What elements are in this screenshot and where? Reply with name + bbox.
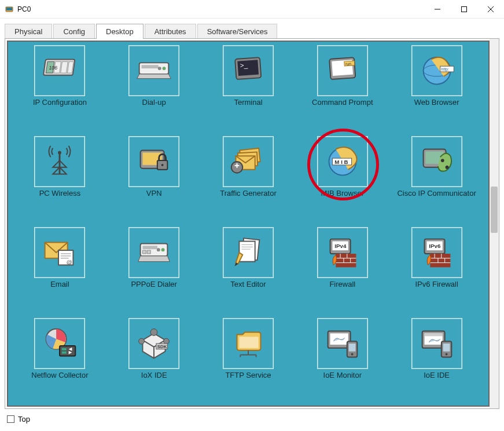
app-label: IPv6 Firewall <box>415 280 458 288</box>
svg-line-4 <box>488 6 494 12</box>
app-ipv6-firewall[interactable]: IPv6 IPv6 Firewall <box>393 227 480 317</box>
app-label: Dial-up <box>142 98 166 107</box>
terminal-icon: >_ <box>223 45 274 96</box>
content-frame: 106 IP Configuration Dial-up >_ Terminal… <box>5 38 499 409</box>
wireless-icon <box>34 136 85 187</box>
window-controls <box>424 0 504 19</box>
app-label: VPN <box>146 189 162 198</box>
app-label: Email <box>50 280 69 288</box>
app-mib-browser[interactable]: M I B MIB Browser <box>299 136 386 226</box>
svg-point-89 <box>164 338 170 344</box>
app-pppoe-dialer[interactable]: PPPoE Dialer <box>111 227 197 317</box>
tab-physical[interactable]: Physical <box>5 24 52 39</box>
app-pc-wireless[interactable]: PC Wireless <box>16 136 103 226</box>
app-label: Traffic Generator <box>220 189 277 198</box>
app-label: IoE IDE <box>424 371 450 379</box>
iox-icon: SDK <box>128 318 179 369</box>
vpn-icon <box>128 136 179 187</box>
app-tftp-service[interactable]: TFTP Service <box>205 318 292 408</box>
tab-desktop[interactable]: Desktop <box>96 24 144 39</box>
svg-point-101 <box>351 353 353 356</box>
app-label: Firewall <box>329 280 355 288</box>
app-firewall[interactable]: IPv4 Firewall <box>299 227 386 317</box>
svg-rect-3 <box>462 6 467 12</box>
svg-rect-84 <box>60 346 75 356</box>
app-label: Netflow Collector <box>31 371 88 379</box>
close-button[interactable] <box>477 0 504 19</box>
svg-rect-13 <box>142 65 159 68</box>
svg-point-28 <box>58 151 61 154</box>
tab-config[interactable]: Config <box>53 24 95 39</box>
svg-rect-100 <box>349 344 356 352</box>
app-iox-ide[interactable]: SDK IoX IDE <box>111 318 197 408</box>
svg-rect-1 <box>6 8 12 10</box>
vertical-scrollbar[interactable] <box>490 39 499 408</box>
app-text-editor[interactable]: Text Editor <box>205 227 292 317</box>
tab-software-services[interactable]: Software/Services <box>197 24 278 39</box>
app-label: Command Prompt <box>312 98 373 107</box>
svg-point-88 <box>139 338 145 344</box>
svg-point-87 <box>150 329 157 336</box>
tftp-icon <box>223 318 274 369</box>
app-netflow-collector[interactable]: Netflow Collector <box>16 318 103 408</box>
scroll-thumb[interactable] <box>491 187 498 233</box>
pppoe-icon <box>128 227 179 278</box>
svg-rect-85 <box>62 348 67 350</box>
app-cisco-ip-communicator[interactable]: Cisco IP Communicator <box>393 136 480 226</box>
svg-text:@: @ <box>67 259 72 265</box>
svg-point-45 <box>445 166 448 169</box>
app-label: Cisco IP Communicator <box>397 189 476 198</box>
svg-point-55 <box>157 248 160 251</box>
app-email[interactable]: @ Email <box>16 227 103 317</box>
top-checkbox[interactable] <box>7 415 14 423</box>
svg-point-107 <box>445 353 447 356</box>
svg-point-32 <box>161 164 164 166</box>
app-command-prompt[interactable]: run Command Prompt <box>299 45 386 135</box>
ioeide-icon <box>411 318 462 369</box>
ioemon-icon <box>317 318 368 369</box>
minimize-button[interactable] <box>424 0 451 19</box>
browser-icon: http: <box>411 45 462 96</box>
desktop-grid: 106 IP Configuration Dial-up >_ Terminal… <box>7 41 490 407</box>
svg-rect-9 <box>61 61 68 73</box>
tab-bar: Physical Config Desktop Attributes Softw… <box>0 19 504 38</box>
svg-rect-86 <box>62 352 67 354</box>
svg-rect-59 <box>239 242 255 262</box>
svg-text:SDK: SDK <box>157 344 167 349</box>
cmd-icon: run <box>317 45 368 96</box>
app-label: TFTP Service <box>225 371 271 379</box>
app-label: Terminal <box>234 98 262 107</box>
dialup-icon <box>128 45 179 96</box>
svg-rect-92 <box>239 337 258 348</box>
svg-rect-38 <box>237 163 238 168</box>
app-dial-up[interactable]: Dial-up <box>111 45 197 135</box>
app-terminal[interactable]: >_ Terminal <box>205 45 292 135</box>
app-traffic-generator[interactable]: Traffic Generator <box>205 136 292 226</box>
svg-point-15 <box>158 67 161 70</box>
mib-icon: M I B <box>317 136 368 187</box>
app-vpn[interactable]: VPN <box>111 136 197 226</box>
svg-text:>_: >_ <box>240 61 248 69</box>
svg-point-14 <box>163 67 166 70</box>
app-ioe-ide[interactable]: IoE IDE <box>393 318 480 408</box>
tab-attributes[interactable]: Attributes <box>145 24 196 39</box>
svg-text:IPv6: IPv6 <box>429 243 441 249</box>
svg-point-54 <box>161 248 165 251</box>
app-ip-configuration[interactable]: 106 IP Configuration <box>16 45 103 135</box>
app-label: MIB Browser <box>321 189 364 198</box>
app-icon <box>5 5 14 14</box>
svg-text:run: run <box>345 61 352 66</box>
top-checkbox-label: Top <box>18 415 30 423</box>
titlebar: PC0 <box>0 0 504 19</box>
email-icon: @ <box>34 227 85 278</box>
ipcomm-icon <box>411 136 462 187</box>
app-web-browser[interactable]: http: Web Browser <box>393 45 480 135</box>
svg-line-5 <box>488 6 494 12</box>
svg-point-44 <box>440 159 444 162</box>
app-label: PPPoE Dialer <box>131 280 176 288</box>
firewall6-icon: IPv6 <box>411 227 462 278</box>
app-ioe-monitor[interactable]: IoE Monitor <box>299 318 386 408</box>
maximize-button[interactable] <box>451 0 477 19</box>
ip-config-icon: 106 <box>34 45 85 96</box>
svg-rect-106 <box>443 344 450 352</box>
